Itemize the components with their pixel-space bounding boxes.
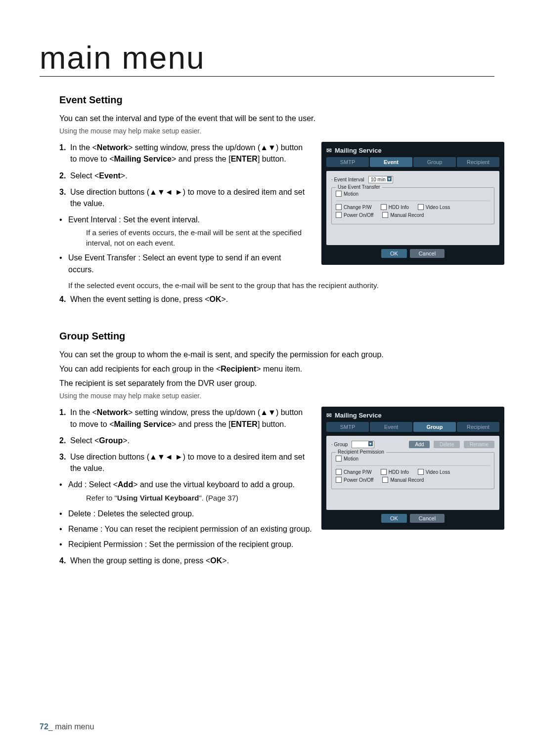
event-step-4: 4. When the event setting is done, press…	[59, 294, 494, 305]
t: In the <	[70, 408, 97, 417]
event-bullet-transfer: Use Event Transfer : Select an event typ…	[59, 252, 307, 275]
t: When the event setting is done, press <	[70, 295, 210, 303]
event-intro: You can set the interval and type of the…	[59, 113, 396, 124]
event-bullet-interval-sub: If a series of events occurs, the e-mail…	[86, 227, 307, 248]
group-intro-1: You can set the group to whom the e-mail…	[59, 349, 494, 360]
event-bullet-transfer-sub: If the selected event occurs, the e-mail…	[68, 280, 494, 291]
t: You can add recipients for each group in…	[59, 365, 221, 373]
t: Group	[99, 436, 123, 445]
t: Mailing Service	[114, 420, 172, 428]
t: >.	[123, 436, 130, 445]
chk-change-pw[interactable]: Change P/W	[336, 204, 372, 210]
chk-hdd-info[interactable]: HDD Info	[381, 469, 409, 475]
t: > and press the [	[172, 420, 231, 428]
event-step-2: 2. Select <Event>.	[59, 170, 307, 181]
group-bullet-rename: Rename : You can reset the recipient per…	[59, 523, 494, 535]
t: OK	[210, 556, 222, 565]
t: Using Virtual Keyboard	[117, 494, 199, 502]
ok-button[interactable]: OK	[381, 249, 407, 258]
t: ". (Page 37)	[199, 494, 238, 502]
group-bullet-permission: Recipient Permission : Set the permissio…	[59, 539, 494, 550]
t: Event Interval : Set the event interval.	[68, 215, 200, 224]
tab-group[interactable]: Group	[413, 422, 456, 432]
window-title: Mailing Service	[326, 412, 499, 419]
event-bullet-interval: Event Interval : Set the event interval.…	[59, 214, 307, 248]
t: Mailing Service	[114, 155, 172, 163]
t: >.	[222, 295, 228, 303]
t: Refer to "	[86, 494, 117, 502]
t: Select <	[70, 171, 99, 180]
rename-button[interactable]: Rename	[464, 441, 494, 448]
t: Add : Select <	[68, 480, 118, 489]
page-title: main menu	[40, 40, 494, 76]
tab-event[interactable]: Event	[370, 422, 412, 432]
event-interval-dropdown[interactable]: 10 min	[368, 176, 393, 183]
group-bullet-add: Add : Select <Add> and use the virtual k…	[59, 479, 307, 503]
group-bullet-delete: Delete : Deletes the selected group.	[59, 508, 494, 519]
t: > and press the [	[172, 155, 231, 163]
event-step-1: 1. In the <Network> setting window, pres…	[59, 142, 307, 165]
group-step-2: 2. Select <Group>.	[59, 435, 307, 446]
t: Recipient	[221, 365, 256, 373]
group-label: Group	[331, 442, 348, 447]
chk-video-loss[interactable]: Video Loss	[418, 204, 450, 210]
chk-change-pw[interactable]: Change P/W	[336, 469, 372, 475]
cancel-button[interactable]: Cancel	[410, 249, 445, 258]
tab-smtp[interactable]: SMTP	[326, 422, 369, 432]
t: Event	[99, 171, 121, 180]
event-step-3: 3. Use direction buttons (▲▼◄ ►) to move…	[59, 186, 307, 209]
t: Use Event Transfer : Select an event typ…	[68, 253, 281, 273]
t: Use direction buttons (▲▼◄ ►) to move to…	[70, 453, 305, 472]
chk-motion[interactable]: Motion	[336, 456, 358, 462]
page-number: 72	[40, 722, 48, 731]
group-intro-2: You can add recipients for each group in…	[59, 363, 494, 375]
chk-power[interactable]: Power On/Off	[336, 477, 373, 483]
t: Use direction buttons (▲▼◄ ►) to move to…	[70, 188, 305, 208]
group-bullet-add-sub: Refer to "Using Virtual Keyboard". (Page…	[86, 493, 307, 503]
window-title: Mailing Service	[326, 147, 499, 154]
t: ] button.	[258, 155, 286, 163]
event-screenshot: Mailing Service SMTP Event Group Recipie…	[321, 142, 504, 265]
add-button[interactable]: Add	[409, 441, 430, 448]
group-intro-3: The recipient is set separately from the…	[59, 378, 494, 389]
chk-manual-record[interactable]: Manual Record	[382, 477, 424, 483]
delete-button[interactable]: Delete	[434, 441, 460, 448]
t: ] button.	[258, 420, 286, 428]
tab-recipient[interactable]: Recipient	[457, 422, 499, 432]
event-mouse-note: Using the mouse may help make setup easi…	[59, 127, 494, 135]
t: ENTER	[231, 420, 258, 428]
group-setting-heading: Group Setting	[59, 331, 494, 342]
footer-label: main menu	[55, 722, 94, 731]
t: OK	[210, 295, 222, 303]
group-step-3: 3. Use direction buttons (▲▼◄ ►) to move…	[59, 451, 307, 474]
tab-recipient[interactable]: Recipient	[457, 157, 499, 167]
chk-motion[interactable]: Motion	[336, 191, 358, 197]
group-step-1: 1. In the <Network> setting window, pres…	[59, 407, 307, 429]
event-setting-heading: Event Setting	[59, 94, 494, 106]
t: Network	[97, 143, 128, 152]
tab-group[interactable]: Group	[413, 157, 456, 167]
t: Select <	[70, 436, 99, 445]
chk-video-loss[interactable]: Video Loss	[418, 469, 450, 475]
t: When the group setting is done, press <	[70, 556, 210, 565]
group-mouse-note: Using the mouse may help make setup easi…	[59, 392, 494, 400]
recipient-permission-legend: Recipient Permission	[336, 449, 386, 455]
t: >.	[121, 171, 128, 180]
t: ENTER	[231, 155, 258, 163]
t: Network	[97, 408, 128, 417]
group-dropdown[interactable]	[352, 441, 374, 448]
chk-power[interactable]: Power On/Off	[336, 212, 373, 218]
t: Add	[118, 480, 133, 489]
chk-hdd-info[interactable]: HDD Info	[381, 204, 409, 210]
tab-event[interactable]: Event	[370, 157, 412, 167]
use-event-transfer-legend: Use Event Transfer	[336, 184, 382, 190]
event-interval-label: Event Interval	[331, 177, 364, 182]
tab-smtp[interactable]: SMTP	[326, 157, 369, 167]
chk-manual-record[interactable]: Manual Record	[382, 212, 424, 218]
page-footer: 72_ main menu	[40, 722, 94, 731]
t: In the <	[70, 143, 97, 152]
t: >.	[222, 556, 229, 565]
group-step-4: 4. When the group setting is done, press…	[59, 555, 494, 566]
t: > and use the virtual keyboard to add a …	[133, 480, 295, 489]
t: > menu item.	[256, 365, 302, 373]
